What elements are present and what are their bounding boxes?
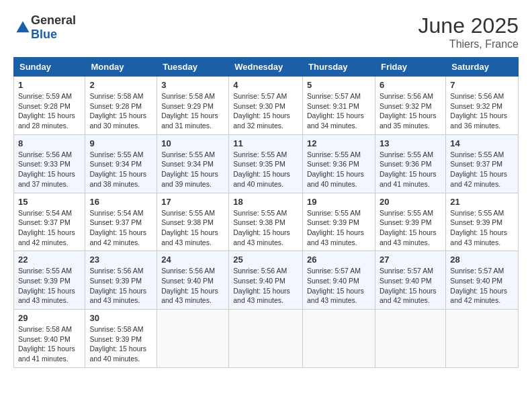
table-row: 14 Sunrise: 5:55 AM Sunset: 9:37 PM Dayl…	[446, 134, 519, 193]
table-row: 4 Sunrise: 5:57 AM Sunset: 9:30 PM Dayli…	[229, 77, 303, 135]
day-info: Sunrise: 5:55 AM Sunset: 9:37 PM Dayligh…	[450, 150, 514, 189]
day-number: 26	[307, 255, 371, 265]
day-number: 9	[89, 138, 152, 148]
table-row: 8 Sunrise: 5:56 AM Sunset: 9:33 PM Dayli…	[14, 134, 85, 193]
day-info: Sunrise: 5:58 AM Sunset: 9:28 PM Dayligh…	[89, 91, 152, 131]
table-row: 12 Sunrise: 5:55 AM Sunset: 9:36 PM Dayl…	[303, 134, 375, 193]
day-info: Sunrise: 5:59 AM Sunset: 9:28 PM Dayligh…	[18, 91, 81, 131]
table-row: 26 Sunrise: 5:57 AM Sunset: 9:40 PM Dayl…	[303, 251, 375, 310]
day-number: 2	[89, 80, 152, 90]
table-row: 24 Sunrise: 5:56 AM Sunset: 9:40 PM Dayl…	[157, 251, 229, 310]
day-number: 15	[18, 197, 81, 207]
day-info: Sunrise: 5:58 AM Sunset: 9:39 PM Dayligh…	[89, 324, 152, 364]
table-row: 27 Sunrise: 5:57 AM Sunset: 9:40 PM Dayl…	[375, 251, 445, 310]
day-number: 5	[307, 80, 371, 90]
table-row: 18 Sunrise: 5:55 AM Sunset: 9:38 PM Dayl…	[229, 193, 303, 251]
logo-general: General	[31, 13, 76, 27]
day-number: 10	[161, 138, 224, 148]
day-number: 3	[161, 80, 224, 90]
day-number: 11	[233, 138, 298, 148]
table-row: 10 Sunrise: 5:55 AM Sunset: 9:34 PM Dayl…	[157, 134, 229, 193]
day-info: Sunrise: 5:55 AM Sunset: 9:39 PM Dayligh…	[18, 266, 81, 306]
table-row	[375, 310, 445, 368]
day-number: 29	[18, 313, 81, 323]
day-info: Sunrise: 5:56 AM Sunset: 9:39 PM Dayligh…	[89, 266, 152, 306]
day-number: 1	[18, 80, 81, 90]
day-info: Sunrise: 5:55 AM Sunset: 9:36 PM Dayligh…	[307, 150, 371, 189]
day-number: 4	[233, 80, 298, 90]
table-row: 6 Sunrise: 5:56 AM Sunset: 9:32 PM Dayli…	[375, 77, 445, 135]
day-info: Sunrise: 5:55 AM Sunset: 9:35 PM Dayligh…	[233, 150, 298, 189]
day-info: Sunrise: 5:57 AM Sunset: 9:31 PM Dayligh…	[307, 91, 371, 131]
day-info: Sunrise: 5:57 AM Sunset: 9:40 PM Dayligh…	[307, 266, 371, 306]
day-info: Sunrise: 5:57 AM Sunset: 9:40 PM Dayligh…	[380, 266, 441, 306]
day-number: 6	[380, 80, 441, 90]
table-row: 23 Sunrise: 5:56 AM Sunset: 9:39 PM Dayl…	[85, 251, 157, 310]
table-row: 9 Sunrise: 5:55 AM Sunset: 9:34 PM Dayli…	[85, 134, 157, 193]
table-row: 16 Sunrise: 5:54 AM Sunset: 9:37 PM Dayl…	[85, 193, 157, 251]
day-number: 19	[307, 197, 371, 207]
table-row: 15 Sunrise: 5:54 AM Sunset: 9:37 PM Dayl…	[14, 193, 85, 251]
day-info: Sunrise: 5:55 AM Sunset: 9:38 PM Dayligh…	[161, 208, 224, 248]
day-info: Sunrise: 5:55 AM Sunset: 9:39 PM Dayligh…	[380, 208, 441, 248]
table-row: 2 Sunrise: 5:58 AM Sunset: 9:28 PM Dayli…	[85, 77, 157, 135]
table-row: 22 Sunrise: 5:55 AM Sunset: 9:39 PM Dayl…	[14, 251, 85, 310]
day-number: 30	[89, 313, 152, 323]
logo-icon	[15, 19, 31, 36]
day-info: Sunrise: 5:55 AM Sunset: 9:34 PM Dayligh…	[89, 150, 152, 189]
col-saturday: Saturday	[446, 58, 519, 77]
table-row	[229, 310, 303, 368]
day-info: Sunrise: 5:54 AM Sunset: 9:37 PM Dayligh…	[89, 208, 152, 248]
table-row: 28 Sunrise: 5:57 AM Sunset: 9:40 PM Dayl…	[446, 251, 519, 310]
table-row	[446, 310, 519, 368]
day-number: 22	[18, 255, 81, 265]
table-row: 20 Sunrise: 5:55 AM Sunset: 9:39 PM Dayl…	[375, 193, 445, 251]
day-info: Sunrise: 5:55 AM Sunset: 9:39 PM Dayligh…	[450, 208, 514, 248]
day-number: 13	[380, 138, 441, 148]
day-info: Sunrise: 5:54 AM Sunset: 9:37 PM Dayligh…	[18, 208, 81, 248]
day-info: Sunrise: 5:58 AM Sunset: 9:40 PM Dayligh…	[18, 324, 81, 364]
day-number: 7	[450, 80, 514, 90]
logo-blue: Blue	[31, 28, 57, 41]
table-row: 25 Sunrise: 5:56 AM Sunset: 9:40 PM Dayl…	[229, 251, 303, 310]
table-row: 5 Sunrise: 5:57 AM Sunset: 9:31 PM Dayli…	[303, 77, 375, 135]
day-number: 18	[233, 197, 298, 207]
day-info: Sunrise: 5:56 AM Sunset: 9:32 PM Dayligh…	[380, 91, 441, 131]
table-row: 1 Sunrise: 5:59 AM Sunset: 9:28 PM Dayli…	[14, 77, 85, 135]
col-wednesday: Wednesday	[229, 58, 303, 77]
day-number: 27	[380, 255, 441, 265]
day-number: 14	[450, 138, 514, 148]
title-block: June 2025 Thiers, France	[418, 13, 519, 50]
table-row: 7 Sunrise: 5:56 AM Sunset: 9:32 PM Dayli…	[446, 77, 519, 135]
col-thursday: Thursday	[303, 58, 375, 77]
day-info: Sunrise: 5:56 AM Sunset: 9:40 PM Dayligh…	[233, 266, 298, 306]
day-info: Sunrise: 5:57 AM Sunset: 9:40 PM Dayligh…	[450, 266, 514, 306]
table-row: 29 Sunrise: 5:58 AM Sunset: 9:40 PM Dayl…	[14, 310, 85, 368]
day-info: Sunrise: 5:55 AM Sunset: 9:38 PM Dayligh…	[233, 208, 298, 248]
day-info: Sunrise: 5:57 AM Sunset: 9:30 PM Dayligh…	[233, 91, 298, 131]
day-number: 20	[380, 197, 441, 207]
col-friday: Friday	[375, 58, 445, 77]
table-row: 13 Sunrise: 5:55 AM Sunset: 9:36 PM Dayl…	[375, 134, 445, 193]
table-row	[303, 310, 375, 368]
svg-marker-0	[16, 21, 29, 32]
day-info: Sunrise: 5:56 AM Sunset: 9:33 PM Dayligh…	[18, 150, 81, 189]
table-row: 11 Sunrise: 5:55 AM Sunset: 9:35 PM Dayl…	[229, 134, 303, 193]
table-row: 30 Sunrise: 5:58 AM Sunset: 9:39 PM Dayl…	[85, 310, 157, 368]
day-number: 25	[233, 255, 298, 265]
table-row: 21 Sunrise: 5:55 AM Sunset: 9:39 PM Dayl…	[446, 193, 519, 251]
day-info: Sunrise: 5:58 AM Sunset: 9:29 PM Dayligh…	[161, 91, 224, 131]
day-info: Sunrise: 5:56 AM Sunset: 9:32 PM Dayligh…	[450, 91, 514, 131]
table-row: 17 Sunrise: 5:55 AM Sunset: 9:38 PM Dayl…	[157, 193, 229, 251]
day-info: Sunrise: 5:55 AM Sunset: 9:36 PM Dayligh…	[380, 150, 441, 189]
day-number: 28	[450, 255, 514, 265]
day-info: Sunrise: 5:55 AM Sunset: 9:34 PM Dayligh…	[161, 150, 224, 189]
day-number: 17	[161, 197, 224, 207]
page-header: General Blue June 2025 Thiers, France	[13, 13, 519, 50]
logo: General Blue	[13, 13, 76, 42]
day-info: Sunrise: 5:55 AM Sunset: 9:39 PM Dayligh…	[307, 208, 371, 248]
table-row: 3 Sunrise: 5:58 AM Sunset: 9:29 PM Dayli…	[157, 77, 229, 135]
day-number: 8	[18, 138, 81, 148]
month-year: June 2025	[418, 13, 519, 38]
table-row: 19 Sunrise: 5:55 AM Sunset: 9:39 PM Dayl…	[303, 193, 375, 251]
